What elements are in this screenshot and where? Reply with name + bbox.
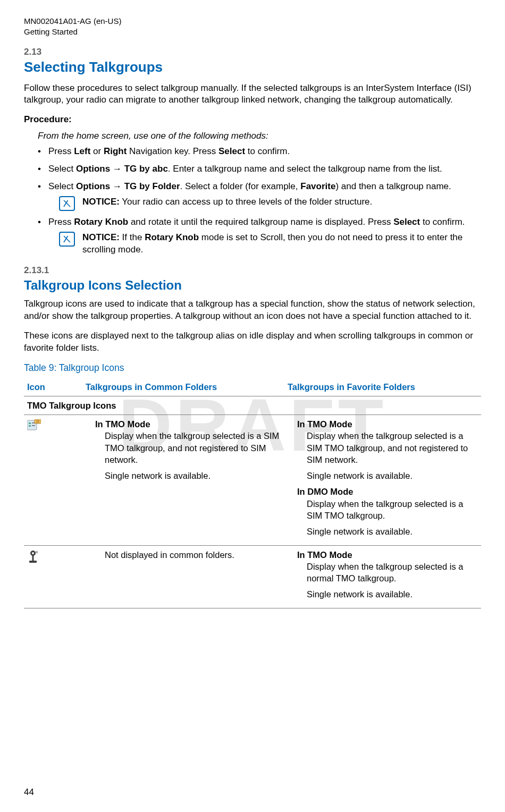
text: If the — [120, 232, 145, 242]
text: Press — [48, 217, 74, 227]
bold: Select — [393, 217, 420, 227]
svg-rect-4 — [29, 425, 31, 427]
instruction-intro: From the home screen, use one of the fol… — [38, 130, 481, 142]
mode-desc: Display when the talkgroup selected is a… — [307, 498, 478, 522]
mode-desc: Display when the talkgroup selected is a… — [307, 430, 478, 466]
subsection-title: Talkgroup Icons Selection — [24, 277, 481, 294]
bold: Rotary Knob — [74, 217, 128, 227]
svg-point-13 — [36, 551, 38, 553]
subsection-para1: Talkgroup icons are used to indicate tha… — [24, 298, 481, 323]
mode-desc: Display when the talkgroup selected is a… — [105, 430, 281, 466]
text: Select — [48, 181, 76, 191]
table-subheader: TMO Talkgroup Icons — [24, 396, 481, 415]
svg-rect-15 — [29, 561, 37, 563]
notice-body: Your radio can access up to three levels… — [120, 197, 372, 207]
bold: Right — [104, 146, 127, 156]
notice-text: NOTICE: Your radio can access up to thre… — [82, 196, 481, 208]
notice-box: NOTICE: Your radio can access up to thre… — [59, 196, 481, 211]
extra-desc: Single network is available. — [307, 470, 478, 481]
notice-text: NOTICE: If the Rotary Knob mode is set t… — [82, 232, 481, 256]
bold: TG by abc — [124, 164, 168, 174]
table-header-common: Talkgroups in Common Folders — [82, 378, 284, 396]
antenna-talkgroup-icon — [27, 550, 39, 564]
sim-talkgroup-icon — [27, 419, 41, 431]
mode-label: In DMO Mode — [297, 486, 478, 497]
table-cell-common: Not displayed in common folders. — [82, 545, 284, 608]
text: or — [90, 146, 104, 156]
table-header-icon: Icon — [24, 378, 82, 396]
table-cell-favorite: In TMO Mode Display when the talkgroup s… — [284, 415, 481, 545]
mode-label: In TMO Mode — [297, 549, 478, 561]
section-title: Selecting Talkgroups — [24, 58, 481, 77]
text: ) and then a talkgroup name. — [335, 181, 451, 191]
svg-point-12 — [32, 552, 34, 554]
list-item: Press Left or Right Navigation key. Pres… — [38, 146, 481, 158]
text: → — [110, 181, 124, 191]
text: Select — [48, 164, 76, 174]
section-number: 2.13 — [24, 46, 481, 58]
mode-label: In TMO Mode — [297, 418, 478, 430]
procedure-label: Procedure: — [24, 114, 481, 126]
text: . Select a folder (for example, — [180, 181, 301, 191]
bold: Options — [76, 181, 110, 191]
text: Press — [48, 146, 74, 156]
notice-label: NOTICE: — [82, 197, 120, 207]
section-intro: Follow these procedures to select talkgr… — [24, 82, 481, 107]
talkgroup-icons-table: Icon Talkgroups in Common Folders Talkgr… — [24, 378, 481, 608]
table-header-favorite: Talkgroups in Favorite Folders — [284, 378, 481, 396]
notice-label: NOTICE: — [82, 232, 120, 242]
doc-section: Getting Started — [24, 27, 481, 37]
bold: Rotary Knob — [145, 232, 199, 242]
bold: Favorite — [300, 181, 335, 191]
icon-cell — [24, 415, 82, 545]
text: → — [110, 164, 124, 174]
subsection-number: 2.13.1 — [24, 265, 481, 277]
svg-rect-14 — [32, 555, 34, 561]
notice-box: NOTICE: If the Rotary Knob mode is set t… — [59, 232, 481, 256]
svg-rect-3 — [29, 422, 31, 424]
table-caption: Table 9: Talkgroup Icons — [24, 362, 481, 375]
text: to confirm. — [245, 146, 290, 156]
notice-icon — [59, 232, 75, 247]
text: . Enter a talkgroup name and select the … — [168, 164, 442, 174]
bold: Options — [76, 164, 110, 174]
list-item: Press Rotary Knob and rotate it until th… — [38, 216, 481, 256]
svg-rect-6 — [32, 425, 35, 426]
cell-text: Not displayed in common folders. — [105, 549, 281, 561]
text: Navigation key. Press — [127, 146, 218, 156]
page-number: 44 — [24, 786, 34, 799]
table-cell-favorite: In TMO Mode Display when the talkgroup s… — [284, 545, 481, 608]
text: and rotate it until the required talkgro… — [128, 217, 393, 227]
extra-desc: Single network is available. — [105, 470, 281, 481]
list-item: Select Options → TG by abc. Enter a talk… — [38, 163, 481, 175]
subsection-para2: These icons are displayed next to the ta… — [24, 330, 481, 354]
bold: Left — [74, 146, 90, 156]
table-row: Not displayed in common folders. In TMO … — [24, 545, 481, 608]
text: to confirm. — [420, 217, 465, 227]
doc-id: MN002041A01-AG (en-US) — [24, 16, 481, 27]
extra-desc: Single network is available. — [307, 588, 478, 600]
mode-label: In TMO Mode — [95, 418, 281, 430]
bold: TG by Folder — [124, 181, 180, 191]
icon-cell — [24, 545, 82, 608]
notice-icon — [59, 196, 75, 211]
bold: Select — [218, 146, 245, 156]
mode-desc: Display when the talkgroup selected is a… — [307, 561, 478, 585]
extra-desc: Single network is available. — [307, 526, 478, 537]
list-item: Select Options → TG by Folder. Select a … — [38, 181, 481, 211]
procedure-list: Press Left or Right Navigation key. Pres… — [38, 146, 481, 256]
table-cell-common: In TMO Mode Display when the talkgroup s… — [82, 415, 284, 545]
table-row: In TMO Mode Display when the talkgroup s… — [24, 415, 481, 545]
